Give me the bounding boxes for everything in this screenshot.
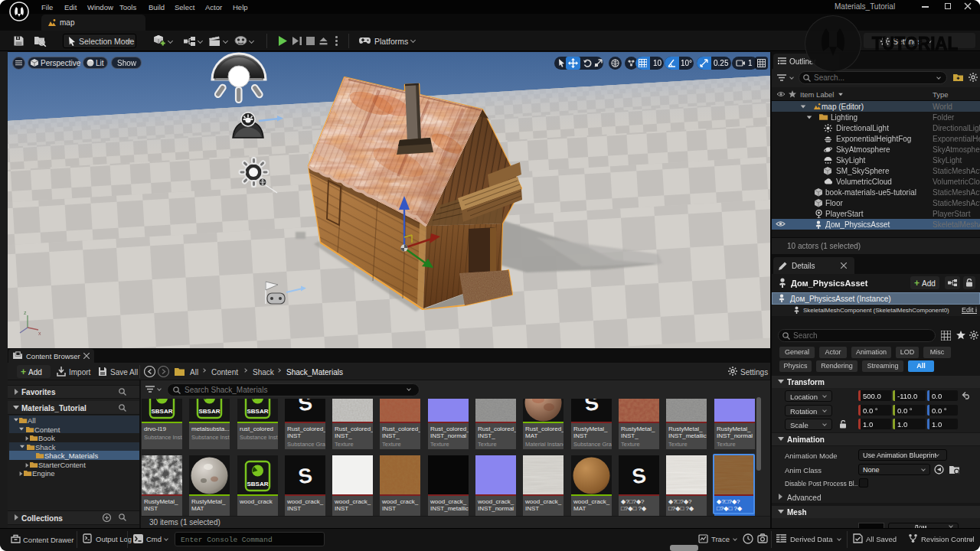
- svg-text:S: S: [583, 399, 600, 416]
- svg-text:z: z: [24, 310, 27, 315]
- svg-text:x: x: [38, 331, 41, 336]
- svg-text:S: S: [297, 399, 314, 416]
- svg-text:SBSAR: SBSAR: [247, 481, 268, 487]
- svg-text:SBSAR: SBSAR: [198, 408, 220, 415]
- svg-text:SBSAR: SBSAR: [151, 408, 172, 415]
- svg-text:SBSAR: SBSAR: [247, 408, 268, 415]
